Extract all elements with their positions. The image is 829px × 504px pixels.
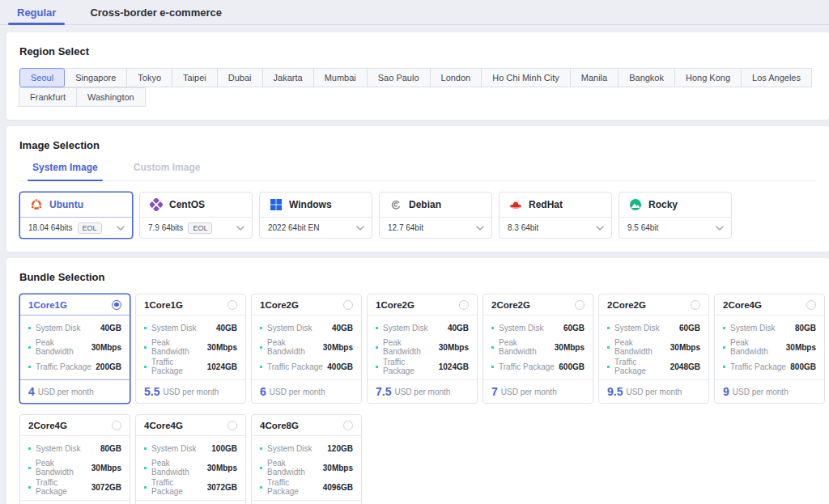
- image-name: CentOS: [169, 199, 205, 210]
- chevron-down-icon[interactable]: [716, 226, 724, 231]
- spec-label: Traffic Package: [144, 478, 207, 496]
- bundle-radio[interactable]: [112, 421, 121, 430]
- spec-value: 30Mbps: [323, 343, 353, 352]
- region-option-singapore[interactable]: Singapore: [64, 68, 127, 87]
- spec-label: System Disk: [260, 444, 312, 453]
- spec-label-text: Peak Bandwidth: [36, 338, 91, 356]
- region-option-hong-kong[interactable]: Hong Kong: [674, 68, 742, 87]
- bundle-card-8-4core4g[interactable]: 4Core4GSystem Disk100GBPeak Bandwidth30M…: [135, 414, 246, 504]
- region-option-jakarta[interactable]: Jakarta: [262, 68, 314, 87]
- region-section: Region Select SeoulSingaporeTokyoTaipeiD…: [6, 32, 829, 120]
- bundle-card-7-2core4g[interactable]: 2Core4GSystem Disk80GBPeak Bandwidth30Mb…: [19, 414, 130, 504]
- price-suffix: USD per month: [733, 388, 789, 396]
- chevron-down-icon[interactable]: [117, 226, 125, 231]
- bundle-card-2-1core2g[interactable]: 1Core2GSystem Disk40GBPeak Bandwidth30Mb…: [251, 294, 362, 404]
- image-version-select[interactable]: 2022 64bit EN: [260, 217, 372, 238]
- bullet-icon: [28, 486, 31, 489]
- chevron-down-icon[interactable]: [476, 226, 484, 231]
- bundle-header: 4Core4G: [136, 415, 245, 436]
- bullet-icon: [723, 366, 725, 368]
- region-option-seoul[interactable]: Seoul: [19, 68, 65, 87]
- top-tab-bar: Regular Cross-border e-commerce: [0, 0, 829, 25]
- bundle-radio[interactable]: [575, 300, 585, 310]
- bundle-card-5-2core2g[interactable]: 2Core2GSystem Disk60GBPeak Bandwidth30Mb…: [598, 294, 709, 404]
- region-option-taipei[interactable]: Taipei: [172, 68, 218, 87]
- bundle-card-0-1core1g[interactable]: 1Core1GSystem Disk40GBPeak Bandwidth30Mb…: [19, 294, 130, 404]
- image-card-ubuntu[interactable]: Ubuntu18.04 64bitsEOL: [19, 192, 133, 239]
- region-option-london[interactable]: London: [430, 68, 483, 87]
- tab-regular[interactable]: Regular: [8, 0, 65, 24]
- spec-label-text: System Disk: [730, 324, 776, 332]
- windows-icon: [270, 198, 283, 211]
- chevron-down-icon[interactable]: [356, 226, 364, 231]
- bundle-spec-row: Traffic Package2048GB: [607, 357, 700, 376]
- tab-cross-border-ecommerce[interactable]: Cross-border e-commerce: [81, 0, 231, 24]
- price-suffix: USD per month: [626, 388, 682, 396]
- centos-icon: [150, 198, 163, 211]
- region-option-ho-chi-minh-city[interactable]: Ho Chi Minh City: [481, 68, 571, 87]
- spec-value: 3072GB: [207, 483, 237, 492]
- image-card-centos[interactable]: CentOS7.9 64bitsEOL: [139, 192, 253, 239]
- bundle-card-1-1core1g[interactable]: 1Core1GSystem Disk40GBPeak Bandwidth30Mb…: [135, 294, 246, 404]
- bundle-card-3-1core2g[interactable]: 1Core2GSystem Disk40GBPeak Bandwidth30Mb…: [367, 294, 478, 404]
- bundle-spec-row: System Disk40GB: [260, 318, 353, 337]
- region-option-tokyo[interactable]: Tokyo: [126, 68, 172, 87]
- bundle-radio[interactable]: [691, 300, 700, 310]
- bundle-section: Bundle Selection 1Core1GSystem Disk40GBP…: [6, 258, 829, 504]
- chevron-down-icon[interactable]: [596, 226, 604, 231]
- spec-value: 60GB: [679, 324, 700, 332]
- image-version: 12.7 64bit: [388, 223, 423, 232]
- spec-label-text: System Disk: [36, 444, 81, 453]
- bullet-icon: [260, 327, 262, 329]
- bundle-card-4-2core2g[interactable]: 2Core2GSystem Disk60GBPeak Bandwidth30Mb…: [483, 294, 593, 404]
- image-version-select[interactable]: 8.3 64bit: [500, 217, 611, 238]
- bundle-spec-row: Traffic Package3072GB: [28, 477, 121, 497]
- image-card-windows[interactable]: Windows2022 64bit EN: [259, 192, 372, 239]
- region-option-manila[interactable]: Manila: [570, 68, 619, 87]
- image-version-select[interactable]: 7.9 64bitsEOL: [140, 217, 252, 238]
- bundle-specs: System Disk60GBPeak Bandwidth30MbpsTraff…: [599, 316, 708, 379]
- image-card-redhat[interactable]: RedHat8.3 64bit: [499, 192, 612, 239]
- spec-value: 2048GB: [670, 362, 700, 371]
- region-option-dubai[interactable]: Dubai: [217, 68, 263, 87]
- bundle-radio[interactable]: [112, 300, 121, 310]
- spec-label-text: Traffic Package: [499, 362, 555, 371]
- bundle-radio[interactable]: [343, 300, 353, 310]
- bundle-spec-row: Traffic Package4096GB: [260, 477, 353, 497]
- region-option-washington[interactable]: Washington: [76, 87, 146, 107]
- spec-label: Peak Bandwidth: [376, 338, 439, 356]
- bullet-icon: [144, 447, 147, 450]
- image-version-select[interactable]: 12.7 64bit: [380, 217, 491, 238]
- image-version-select[interactable]: 18.04 64bitsEOL: [20, 217, 132, 238]
- bundle-radio[interactable]: [806, 300, 816, 310]
- chevron-down-icon[interactable]: [236, 226, 244, 231]
- region-option-los-angeles[interactable]: Los Angeles: [741, 68, 812, 87]
- tab-custom-image[interactable]: Custom Image: [134, 162, 201, 180]
- spec-label: Peak Bandwidth: [607, 338, 670, 356]
- bundle-name: 2Core4G: [723, 300, 762, 310]
- bundle-radio[interactable]: [343, 421, 353, 430]
- image-version-select[interactable]: 9.5 64bit: [619, 217, 731, 238]
- spec-value: 600GB: [559, 362, 585, 371]
- region-option-bangkok[interactable]: Bangkok: [618, 68, 675, 87]
- bundle-radio[interactable]: [459, 300, 469, 310]
- spec-value: 800GB: [790, 362, 816, 371]
- price-amount: 4: [28, 385, 35, 398]
- bundle-radio[interactable]: [227, 300, 237, 310]
- region-option-sao-paulo[interactable]: Sao Paulo: [367, 68, 431, 87]
- bundle-card-6-2core4g[interactable]: 2Core4GSystem Disk80GBPeak Bandwidth30Mb…: [714, 294, 825, 404]
- region-option-frankfurt[interactable]: Frankfurt: [19, 87, 77, 107]
- region-option-mumbai[interactable]: Mumbai: [313, 68, 368, 87]
- eol-badge: EOL: [78, 222, 102, 234]
- bundle-spec-row: Traffic Package400GB: [260, 357, 353, 376]
- bundle-radio[interactable]: [227, 421, 237, 430]
- bundle-header: 4Core8G: [252, 415, 361, 436]
- spec-label: Traffic Package: [607, 358, 670, 375]
- image-card-rocky[interactable]: Rocky9.5 64bit: [619, 192, 732, 239]
- bullet-icon: [28, 327, 31, 329]
- spec-label: Peak Bandwidth: [144, 459, 207, 476]
- image-card-debian[interactable]: Debian12.7 64bit: [379, 192, 492, 239]
- bundle-card-9-4core8g[interactable]: 4Core8GSystem Disk120GBPeak Bandwidth30M…: [251, 414, 362, 504]
- tab-system-image[interactable]: System Image: [32, 162, 98, 180]
- bundle-specs: System Disk40GBPeak Bandwidth30MbpsTraff…: [368, 316, 477, 379]
